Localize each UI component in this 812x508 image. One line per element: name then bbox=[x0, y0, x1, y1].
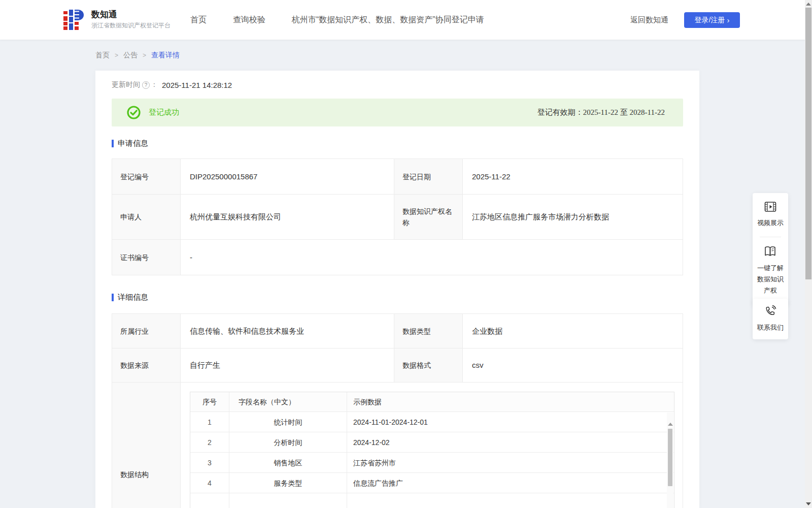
breadcrumb-current: 查看详情 bbox=[151, 51, 180, 60]
divider bbox=[760, 237, 781, 237]
breadcrumb-separator: > bbox=[115, 52, 118, 59]
row-field: 服务类型 bbox=[229, 473, 347, 493]
row-field: 分析时间 bbox=[229, 432, 347, 453]
main-nav: 首页 查询校验 杭州市“数据知识产权、数据、数据资产”协同登记申请 bbox=[190, 0, 484, 40]
reg-date-value: 2025-11-22 bbox=[463, 159, 683, 195]
detail-card: 更新时间 ? ： 2025-11-21 14:28:12 登记成功 登记有效期：… bbox=[95, 71, 699, 508]
row-sample: 2024-12-02 bbox=[347, 432, 674, 453]
update-time-value: 2025-11-21 14:28:12 bbox=[162, 81, 232, 89]
data-source-label: 数据来源 bbox=[112, 348, 181, 383]
brand-block[interactable]: 数知通 浙江省数据知识产权登记平台 bbox=[91, 10, 171, 30]
detail-info-title: 详细信息 bbox=[118, 293, 148, 302]
video-icon bbox=[764, 201, 776, 212]
breadcrumb-notice[interactable]: 公告 bbox=[123, 51, 138, 60]
dip-name-value: 江苏地区信息推广服务市场潜力分析数据 bbox=[463, 195, 683, 240]
data-source-value: 自行产生 bbox=[181, 348, 394, 383]
breadcrumb-separator: > bbox=[143, 52, 146, 59]
side-widget-panel: 视频展示 一键了解数据知识产权 bbox=[753, 193, 788, 305]
reg-date-label: 登记日期 bbox=[394, 159, 463, 195]
dip-guide-label: 一键了解数据知识产权 bbox=[756, 263, 785, 296]
contact-us-label: 联系我们 bbox=[756, 322, 785, 333]
back-to-shuzhitong-link[interactable]: 返回数知通 bbox=[630, 0, 668, 40]
cert-no-label: 证书编号 bbox=[112, 240, 181, 275]
row-field: 统计时间 bbox=[229, 412, 347, 432]
table-row bbox=[190, 493, 674, 508]
row-sample: 江苏省苏州市 bbox=[347, 453, 674, 473]
table-row: 1 统计时间 2024-11-01-2024-12-01 bbox=[190, 412, 674, 432]
scroll-down-icon[interactable] bbox=[806, 502, 811, 505]
reg-no-label: 登记编号 bbox=[112, 159, 181, 195]
application-info-title: 申请信息 bbox=[118, 139, 148, 148]
detail-info-section-title: 详细信息 bbox=[112, 292, 683, 302]
help-question-icon[interactable]: ? bbox=[142, 81, 150, 89]
data-structure-cell: 序号 字段名称（中文） 示例数据 1 统计时间 2024-11-01-2024-… bbox=[181, 383, 683, 508]
login-register-label: 登录/注册 bbox=[695, 16, 725, 25]
col-header-no: 序号 bbox=[190, 392, 229, 412]
nav-item-hangzhou-registration[interactable]: 杭州市“数据知识产权、数据、数据资产”协同登记申请 bbox=[292, 15, 484, 25]
scrollbar-thumb[interactable] bbox=[805, 8, 811, 279]
reg-no-value: DIP2025000015867 bbox=[181, 159, 394, 195]
industry-value: 信息传输、软件和信息技术服务业 bbox=[181, 314, 394, 348]
data-format-value: csv bbox=[463, 348, 683, 383]
row-sample: 2024-11-01-2024-12-01 bbox=[347, 412, 674, 432]
brand-subtitle: 浙江省数据知识产权登记平台 bbox=[91, 21, 171, 30]
registration-success-banner: 登记成功 登记有效期：2025-11-22 至 2028-11-22 bbox=[112, 99, 683, 126]
row-field: 销售地区 bbox=[229, 453, 347, 473]
applicant-label: 申请人 bbox=[112, 195, 181, 240]
table-row: 3 销售地区 江苏省苏州市 bbox=[190, 453, 674, 473]
breadcrumb-home[interactable]: 首页 bbox=[95, 51, 110, 60]
chevron-right-icon: › bbox=[727, 16, 729, 24]
update-time-label: 更新时间 bbox=[112, 80, 140, 89]
row-sample bbox=[347, 493, 674, 508]
success-check-icon bbox=[127, 106, 141, 119]
data-format-label: 数据格式 bbox=[394, 348, 463, 383]
update-time-row: 更新时间 ? ： 2025-11-21 14:28:12 bbox=[112, 80, 683, 90]
scroll-up-icon[interactable] bbox=[668, 423, 673, 426]
row-no: 1 bbox=[190, 412, 229, 432]
detail-info-table: 所属行业 信息传输、软件和信息技术服务业 数据类型 企业数据 数据来源 自行产生… bbox=[112, 313, 683, 508]
phone-icon bbox=[764, 305, 776, 317]
row-no bbox=[190, 493, 229, 508]
validity-label: 登记有效期： bbox=[537, 108, 583, 116]
row-no: 3 bbox=[190, 453, 229, 473]
nav-item-query-verify[interactable]: 查询校验 bbox=[233, 15, 265, 25]
row-no: 2 bbox=[190, 432, 229, 453]
top-header: 数知通 浙江省数据知识产权登记平台 首页 查询校验 杭州市“数据知识产权、数据、… bbox=[0, 0, 812, 40]
section-bar-icon bbox=[112, 140, 114, 147]
scrollbar-thumb[interactable] bbox=[668, 429, 672, 486]
video-demo-label: 视频展示 bbox=[756, 217, 785, 229]
table-scrollbar[interactable] bbox=[667, 412, 673, 508]
data-type-value: 企业数据 bbox=[463, 314, 683, 348]
section-bar-icon bbox=[112, 294, 114, 301]
update-time-colon: ： bbox=[151, 80, 158, 89]
brand-title: 数知通 bbox=[91, 10, 171, 20]
contact-widget[interactable]: 联系我们 bbox=[753, 299, 788, 339]
cert-no-value: - bbox=[181, 240, 683, 275]
page-scrollbar[interactable] bbox=[805, 0, 812, 508]
application-info-section-title: 申请信息 bbox=[112, 138, 683, 148]
nav-item-home[interactable]: 首页 bbox=[190, 15, 207, 25]
row-field bbox=[229, 493, 347, 508]
table-row: 2 分析时间 2024-12-02 bbox=[190, 432, 674, 453]
col-header-sample: 示例数据 bbox=[347, 392, 674, 412]
data-structure-table: 序号 字段名称（中文） 示例数据 1 统计时间 2024-11-01-2024-… bbox=[190, 392, 674, 508]
data-type-label: 数据类型 bbox=[394, 314, 463, 348]
login-register-button[interactable]: 登录/注册 › bbox=[684, 12, 740, 28]
status-badge: 登记成功 bbox=[149, 108, 179, 117]
dip-guide-item[interactable]: 一键了解数据知识产权 bbox=[756, 245, 785, 296]
table-row: 4 服务类型 信息流广告推广 bbox=[190, 473, 674, 493]
row-no: 4 bbox=[190, 473, 229, 493]
industry-label: 所属行业 bbox=[112, 314, 181, 348]
validity-period: 登记有效期：2025-11-22 至 2028-11-22 bbox=[537, 108, 665, 117]
book-icon bbox=[764, 245, 777, 258]
row-sample: 信息流广告推广 bbox=[347, 473, 674, 493]
validity-value: 2025-11-22 至 2028-11-22 bbox=[583, 108, 665, 116]
col-header-field: 字段名称（中文） bbox=[229, 392, 347, 412]
dip-name-label: 数据知识产权名称 bbox=[394, 195, 463, 240]
applicant-value: 杭州优量互娱科技有限公司 bbox=[181, 195, 394, 240]
scroll-up-icon[interactable] bbox=[806, 3, 811, 6]
breadcrumb: 首页 > 公告 > 查看详情 bbox=[95, 51, 180, 60]
brand-logo-icon bbox=[63, 10, 84, 30]
video-demo-item[interactable]: 视频展示 bbox=[756, 201, 785, 229]
application-info-table: 登记编号 DIP2025000015867 登记日期 2025-11-22 申请… bbox=[112, 158, 683, 275]
